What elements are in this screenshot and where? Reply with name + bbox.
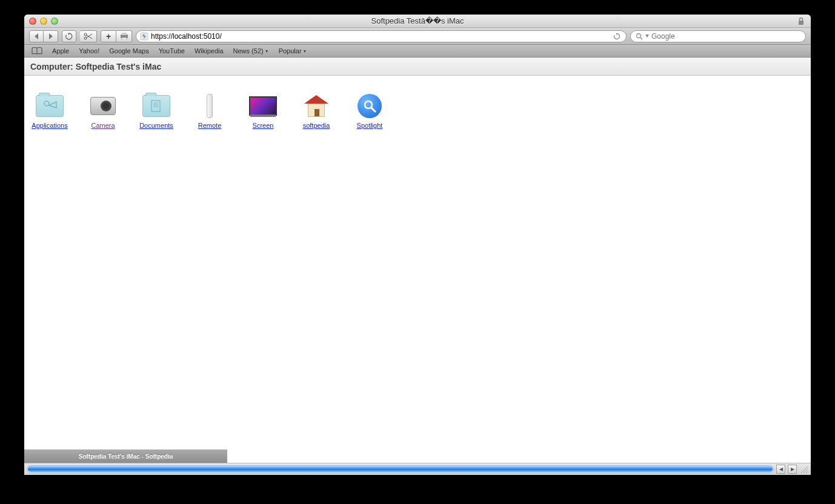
back-icon bbox=[34, 33, 39, 39]
svg-line-18 bbox=[803, 469, 808, 473]
zoom-button[interactable] bbox=[51, 18, 58, 25]
chevron-down-icon: ▼ bbox=[303, 49, 307, 53]
bookmark-wikipedia[interactable]: Wikipedia bbox=[195, 47, 224, 55]
svg-rect-11 bbox=[151, 101, 160, 111]
titlebar: Softpedia Testâ��s iMac bbox=[24, 15, 811, 28]
page-header: Computer: Softpedia Test's iMac bbox=[24, 58, 811, 76]
grid-label[interactable]: Applications bbox=[32, 122, 67, 129]
svg-point-7 bbox=[637, 33, 641, 38]
bookmarks-bar: Apple Yahoo! Google Maps YouTube Wikiped… bbox=[24, 45, 811, 58]
grid-label[interactable]: Screen bbox=[253, 122, 274, 129]
svg-rect-5 bbox=[122, 38, 127, 40]
bookmark-popular[interactable]: Popular▼ bbox=[279, 47, 307, 55]
grid-item-applications[interactable]: Applications bbox=[30, 94, 69, 129]
grid-item-documents[interactable]: Documents bbox=[137, 94, 176, 129]
forward-button[interactable] bbox=[44, 30, 58, 42]
svg-rect-4 bbox=[122, 33, 127, 35]
spotlight-icon bbox=[355, 94, 384, 118]
grid-item-remote[interactable]: Remote bbox=[190, 94, 229, 129]
grid-label[interactable]: Spotlight bbox=[357, 122, 383, 129]
page-content: Applications Camera Documents Remote Scr… bbox=[24, 76, 811, 475]
chevron-down-icon: ▼ bbox=[265, 49, 269, 53]
window-title: Softpedia Testâ��s iMac bbox=[24, 16, 811, 25]
scissors-icon bbox=[84, 33, 93, 40]
address-bar[interactable] bbox=[136, 30, 627, 42]
svg-line-8 bbox=[640, 38, 642, 39]
url-input[interactable] bbox=[151, 32, 609, 41]
reload-icon bbox=[65, 33, 73, 40]
scroll-right-button[interactable]: ▶ bbox=[788, 465, 797, 474]
printer-icon bbox=[120, 33, 128, 40]
minimize-button[interactable] bbox=[40, 18, 47, 25]
print-button[interactable] bbox=[116, 30, 132, 42]
grid-item-spotlight[interactable]: Spotlight bbox=[350, 94, 389, 129]
svg-point-1 bbox=[84, 33, 87, 36]
remote-icon bbox=[195, 94, 224, 118]
toolbar: + bbox=[24, 28, 811, 45]
svg-rect-0 bbox=[799, 21, 803, 25]
search-icon bbox=[636, 33, 643, 40]
page-title: Computer: Softpedia Test's iMac bbox=[30, 62, 161, 71]
scrollbar-thumb[interactable] bbox=[28, 466, 773, 472]
resize-handle[interactable] bbox=[799, 465, 808, 474]
forward-icon bbox=[48, 33, 53, 39]
home-icon bbox=[302, 94, 331, 118]
bookmarks-icon[interactable] bbox=[32, 47, 42, 55]
bookmark-news[interactable]: News (52)▼ bbox=[233, 47, 269, 55]
browser-window: Softpedia Testâ��s iMac + bbox=[24, 15, 811, 475]
svg-point-2 bbox=[84, 37, 87, 39]
reload-inline-icon bbox=[613, 33, 620, 40]
scroll-left-button[interactable]: ◀ bbox=[776, 465, 785, 474]
tab-title: Softpedia Test's iMac - Softpedia bbox=[79, 453, 173, 460]
screen-icon bbox=[248, 94, 278, 118]
horizontal-scrollbar[interactable] bbox=[27, 465, 774, 473]
bottom-bar: ◀ ▶ bbox=[24, 463, 811, 475]
scissors-button[interactable] bbox=[80, 30, 97, 42]
svg-line-16 bbox=[371, 108, 375, 111]
reload-button[interactable] bbox=[62, 30, 76, 42]
bookmark-yahoo[interactable]: Yahoo! bbox=[79, 47, 99, 55]
browser-tab[interactable]: Softpedia Test's iMac - Softpedia bbox=[24, 449, 227, 463]
bookmark-youtube[interactable]: YouTube bbox=[159, 47, 185, 55]
add-bookmark-button[interactable]: + bbox=[101, 30, 116, 42]
bookmark-google-maps[interactable]: Google Maps bbox=[109, 47, 148, 55]
grid-label[interactable]: softpedia bbox=[303, 122, 330, 129]
folder-icon bbox=[35, 94, 64, 118]
traffic-lights bbox=[24, 18, 58, 25]
icon-grid: Applications Camera Documents Remote Scr… bbox=[24, 76, 811, 147]
grid-label[interactable]: Remote bbox=[198, 122, 222, 129]
back-button[interactable] bbox=[29, 30, 44, 42]
grid-label[interactable]: Camera bbox=[91, 122, 115, 129]
camera-icon bbox=[88, 94, 118, 118]
lock-icon bbox=[797, 17, 805, 25]
close-button[interactable] bbox=[29, 18, 36, 25]
search-input[interactable] bbox=[651, 32, 800, 41]
search-dropdown-icon[interactable] bbox=[645, 35, 649, 38]
folder-icon bbox=[142, 94, 171, 118]
grid-item-camera[interactable]: Camera bbox=[84, 94, 122, 129]
site-icon bbox=[140, 32, 148, 41]
grid-item-softpedia[interactable]: softpedia bbox=[297, 94, 336, 129]
bookmark-apple[interactable]: Apple bbox=[52, 47, 69, 55]
reload-inline-button[interactable] bbox=[611, 31, 622, 42]
grid-label[interactable]: Documents bbox=[139, 122, 173, 129]
grid-item-screen[interactable]: Screen bbox=[244, 94, 282, 129]
search-bar[interactable] bbox=[630, 30, 806, 42]
svg-line-19 bbox=[806, 471, 808, 473]
